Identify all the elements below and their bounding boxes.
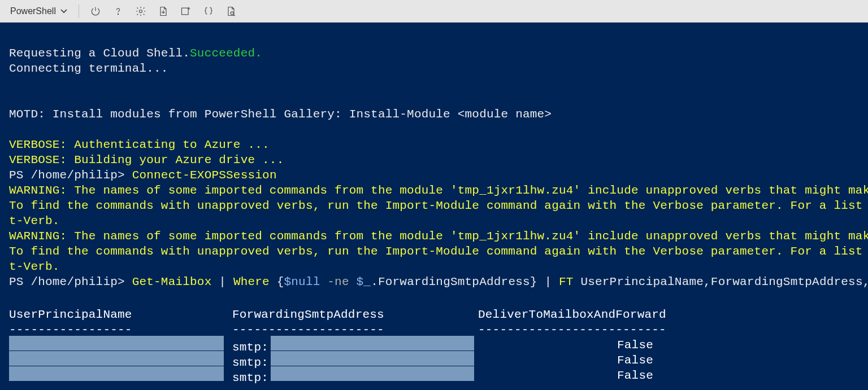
toolbar-divider	[79, 5, 79, 18]
prompt-2: PS /home/philip>	[9, 275, 132, 288]
cmd-connect: Connect-EXOPSSession	[132, 169, 277, 182]
motd-line: MOTD: Install modules from PowerShell Ga…	[9, 108, 552, 121]
line-connecting: Connecting terminal...	[9, 62, 168, 75]
output-table: UserPrincipalName ForwardingSmtpAddress …	[0, 307, 868, 383]
cmd-getmailbox: Get-Mailbox	[132, 275, 212, 288]
prop-close: .ForwardingSmtpAddress} |	[371, 275, 559, 288]
braces-icon	[203, 6, 214, 17]
warning-2a: WARNING: The names of some imported comm…	[9, 230, 868, 243]
preview-button[interactable]	[222, 2, 241, 21]
ne-op: -ne	[320, 275, 357, 288]
table-row: smtp: False	[9, 368, 868, 383]
upload-download-button[interactable]	[154, 2, 173, 21]
deliver-value: False	[478, 338, 659, 353]
redacted-smtp	[271, 366, 474, 381]
redacted-upn	[9, 336, 224, 350]
col-header-deliver: DeliverToMailboxAndForward	[478, 307, 868, 322]
line-requesting: Requesting a Cloud Shell.	[9, 47, 190, 60]
warning-2b: To find the commands with unapproved ver…	[9, 245, 868, 258]
dash-3: --------------------------	[478, 322, 666, 338]
redacted-upn	[9, 351, 224, 366]
redacted-upn	[9, 366, 224, 381]
editor-button[interactable]	[199, 2, 218, 21]
deliver-value: False	[478, 353, 659, 368]
warning-1a: WARNING: The names of some imported comm…	[9, 184, 868, 197]
question-icon	[112, 6, 124, 17]
gear-icon	[135, 6, 146, 17]
deliver-value: False	[478, 368, 659, 383]
pipeline-var: $_	[357, 275, 371, 288]
warning-1c: t-Verb.	[9, 214, 60, 227]
verbose-auth: VERBOSE: Authenticating to Azure ...	[9, 138, 270, 151]
brace-open: {	[270, 275, 284, 288]
restart-button[interactable]	[86, 2, 105, 21]
chevron-down-icon	[60, 8, 67, 15]
pipe1: |	[211, 275, 233, 288]
shell-selector-label: PowerShell	[10, 6, 56, 16]
ft-cols: UserPrincipalName,ForwardingSmtpAddress,…	[574, 275, 868, 288]
col-header-upn: UserPrincipalName	[9, 307, 232, 322]
file-search-icon	[225, 6, 237, 17]
smtp-prefix: smtp:	[232, 371, 268, 384]
help-button[interactable]	[108, 2, 128, 21]
table-header-row: UserPrincipalName ForwardingSmtpAddress …	[9, 307, 868, 322]
settings-button[interactable]	[131, 2, 150, 21]
verbose-drive: VERBOSE: Building your Azure drive ...	[9, 154, 284, 166]
status-succeeded: Succeeded.	[190, 47, 262, 60]
svg-point-1	[139, 10, 142, 12]
cmd-where: Where	[233, 275, 270, 288]
redacted-smtp	[271, 351, 474, 366]
cmd-ft: FT	[559, 275, 574, 288]
file-download-icon	[158, 6, 169, 17]
svg-point-0	[118, 14, 118, 14]
cloud-shell-toolbar: PowerShell	[0, 0, 868, 23]
warning-1b: To find the commands with unapproved ver…	[9, 199, 868, 212]
terminal-pane[interactable]: Requesting a Cloud Shell.Succeeded. Conn…	[0, 23, 868, 305]
svg-rect-2	[181, 8, 188, 15]
prompt-1: PS /home/philip>	[9, 169, 132, 182]
new-tab-icon	[180, 6, 192, 17]
null-token: $null	[284, 275, 320, 288]
redacted-smtp	[271, 336, 474, 350]
new-session-button[interactable]	[176, 2, 196, 21]
power-icon	[90, 6, 101, 17]
warning-2c: t-Verb.	[9, 260, 60, 273]
col-header-fwd: ForwardingSmtpAddress	[232, 307, 478, 322]
svg-point-3	[231, 11, 233, 14]
shell-selector[interactable]: PowerShell	[6, 4, 72, 19]
